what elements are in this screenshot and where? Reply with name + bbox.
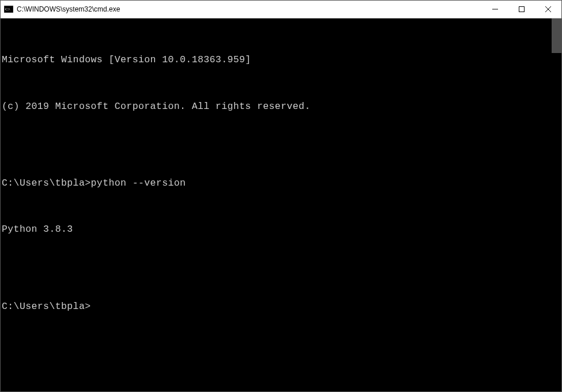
window-controls <box>482 1 561 18</box>
window-title: C:\WINDOWS\system32\cmd.exe <box>17 5 120 13</box>
svg-rect-3 <box>519 7 525 12</box>
terminal-line: C:\Users\tbpla> <box>2 299 552 315</box>
scrollbar-track[interactable] <box>552 18 561 391</box>
titlebar-left: C:\ C:\WINDOWS\system32\cmd.exe <box>1 5 120 14</box>
minimize-button[interactable] <box>482 1 508 18</box>
titlebar[interactable]: C:\ C:\WINDOWS\system32\cmd.exe <box>1 1 561 18</box>
terminal-output[interactable]: Microsoft Windows [Version 10.0.18363.95… <box>1 18 552 391</box>
maximize-button[interactable] <box>508 1 535 18</box>
scrollbar-thumb[interactable] <box>552 18 561 53</box>
terminal-line: (c) 2019 Microsoft Corporation. All righ… <box>2 99 552 115</box>
terminal-line: Microsoft Windows [Version 10.0.18363.95… <box>2 52 552 68</box>
close-button[interactable] <box>535 1 561 18</box>
cmd-icon: C:\ <box>4 5 13 14</box>
terminal-line: C:\Users\tbpla>python --version <box>2 176 552 191</box>
terminal-area: Microsoft Windows [Version 10.0.18363.95… <box>1 18 561 391</box>
svg-text:C:\: C:\ <box>5 7 10 12</box>
terminal-line: Python 3.8.3 <box>2 222 552 238</box>
